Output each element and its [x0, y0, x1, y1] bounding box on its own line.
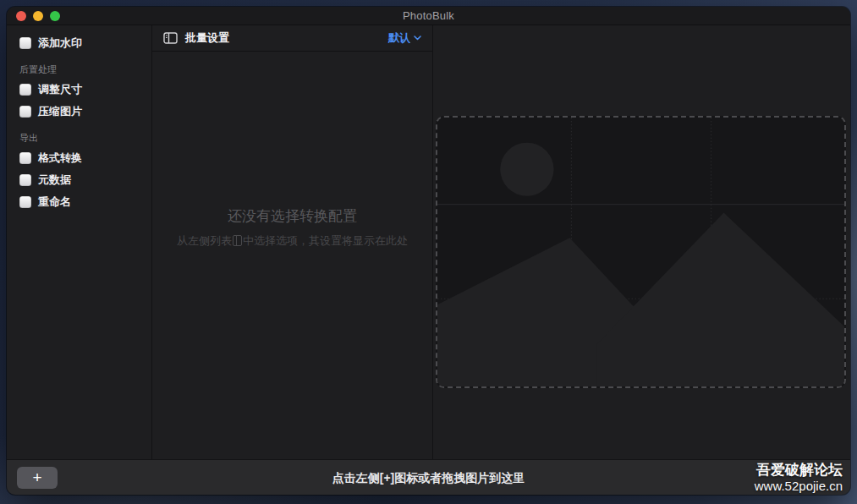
- sidebar-item-label: 压缩图片: [38, 104, 82, 119]
- sidebar-item-rename[interactable]: 重命名: [19, 191, 151, 213]
- batch-settings-panel: 批量设置 默认 还没有选择转换配置 从左侧列表中选择选项，其设置将显示在此处: [152, 25, 433, 459]
- watermark-line2: www.52pojie.cn: [755, 479, 843, 493]
- watermark-overlay: 吾爱破解论坛 www.52pojie.cn: [755, 462, 843, 493]
- traffic-lights: [16, 11, 60, 21]
- sidebar-panel-icon: [163, 31, 178, 45]
- section-title-export: 导出: [19, 132, 151, 145]
- zoom-button[interactable]: [50, 11, 60, 21]
- sidebar-item-label: 添加水印: [38, 36, 82, 51]
- sidebar-item-metadata[interactable]: 元数据: [19, 169, 151, 191]
- close-button[interactable]: [16, 11, 26, 21]
- content-area: 添加水印 后置处理 调整尺寸 压缩图片 导出 格式转换 元数据: [7, 25, 850, 459]
- chevron-down-icon: [414, 36, 421, 41]
- empty-subtitle-text: 中选择选项，其设置将显示在此处: [243, 234, 408, 247]
- sidebar-item-label: 元数据: [38, 173, 71, 188]
- sidebar-item-watermark[interactable]: 添加水印: [19, 32, 151, 54]
- titlebar[interactable]: PhotoBulk: [7, 7, 850, 25]
- sidebar-item-resize[interactable]: 调整尺寸: [19, 79, 151, 101]
- sidebar-item-label: 调整尺寸: [38, 82, 82, 97]
- preview-panel: [433, 25, 850, 459]
- sidebar-item-label: 格式转换: [38, 151, 82, 166]
- sidebar-item-compress[interactable]: 压缩图片: [19, 101, 151, 123]
- checkbox-compress[interactable]: [19, 106, 31, 118]
- image-placeholder-icon: [437, 118, 844, 386]
- empty-state-subtitle: 从左侧列表中选择选项，其设置将显示在此处: [174, 233, 410, 248]
- drop-hint-text: 点击左侧[+]图标或者拖拽图片到这里: [7, 471, 850, 486]
- sidebar-item-label: 重命名: [38, 194, 71, 210]
- bottom-toolbar: + 点击左侧[+]图标或者拖拽图片到这里 吾爱破解论坛 www.52pojie.…: [7, 459, 850, 495]
- image-drop-zone[interactable]: [436, 116, 846, 388]
- checkbox-format-convert[interactable]: [19, 152, 31, 164]
- sidebar: 添加水印 后置处理 调整尺寸 压缩图片 导出 格式转换 元数据: [7, 25, 152, 459]
- empty-subtitle-text: 从左侧列表: [177, 234, 232, 247]
- checkbox-resize[interactable]: [19, 84, 31, 96]
- photobulk-window: PhotoBulk 添加水印 后置处理 调整尺寸 压缩图片 导出 格式转换: [7, 7, 850, 495]
- section-title-postprocess: 后置处理: [19, 63, 151, 76]
- list-panel-icon: [233, 235, 242, 246]
- checkbox-metadata[interactable]: [19, 174, 31, 186]
- empty-state: 还没有选择转换配置 从左侧列表中选择选项，其设置将显示在此处: [152, 206, 432, 248]
- preset-dropdown-label: 默认: [388, 30, 410, 46]
- settings-panel-title: 批量设置: [185, 30, 229, 46]
- checkbox-watermark[interactable]: [19, 37, 31, 49]
- watermark-line1: 吾爱破解论坛: [755, 462, 843, 479]
- minimize-button[interactable]: [33, 11, 43, 21]
- window-title: PhotoBulk: [403, 9, 454, 22]
- sidebar-item-format-convert[interactable]: 格式转换: [19, 147, 151, 169]
- preset-dropdown[interactable]: 默认: [388, 30, 421, 46]
- settings-header: 批量设置 默认: [152, 25, 432, 52]
- checkbox-rename[interactable]: [19, 196, 31, 208]
- empty-state-title: 还没有选择转换配置: [174, 206, 410, 226]
